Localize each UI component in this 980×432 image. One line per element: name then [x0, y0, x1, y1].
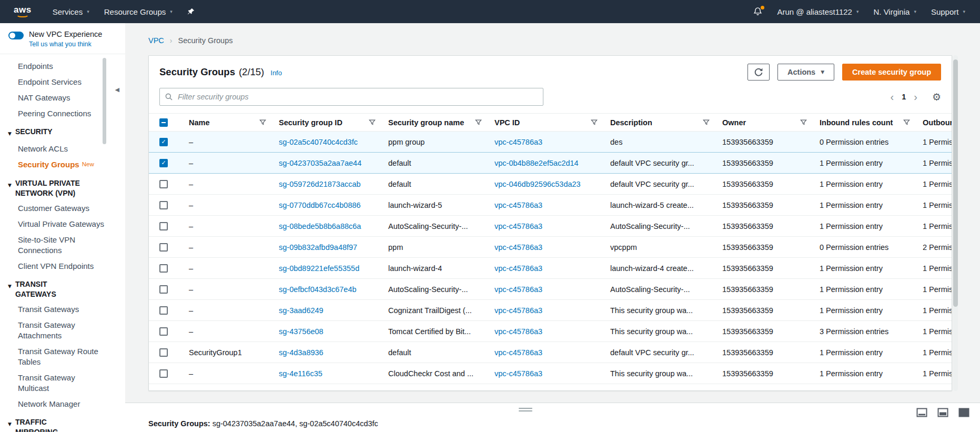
sg-id-link[interactable]: sg-4e116c35 [279, 369, 322, 378]
sidebar-item-endpoint-services[interactable]: Endpoint Services [0, 74, 125, 90]
sg-id-link[interactable]: sg-08bede5b8b6a88c6a [279, 222, 361, 230]
column-header-security-group-name[interactable]: Security group name [382, 114, 488, 132]
sidebar-item-client-vpn-endpoints[interactable]: Client VPN Endpoints [0, 258, 125, 274]
sg-id-link[interactable]: sg-04237035a2aa7ae44 [279, 159, 361, 167]
vpc-id-link[interactable]: vpc-c45786a3 [494, 327, 542, 336]
filter-input[interactable] [159, 88, 543, 106]
region-menu[interactable]: N. Virginia ▾ [866, 0, 923, 23]
column-filter-icon[interactable] [259, 119, 266, 126]
row-checkbox[interactable] [159, 243, 168, 252]
row-checkbox[interactable] [159, 285, 168, 294]
row-checkbox[interactable] [159, 306, 168, 315]
vpc-id-link[interactable]: vpc-c45786a3 [494, 369, 542, 378]
sidebar-section-virtual-private-network-vpn[interactable]: ▼VIRTUAL PRIVATE NETWORK (VPN) [0, 173, 125, 200]
select-all-checkbox[interactable] [159, 118, 168, 127]
row-checkbox[interactable] [159, 327, 168, 336]
sidebar-item-site-to-site-vpn-connections[interactable]: Site-to-Site VPN Connections [0, 232, 125, 258]
column-filter-icon[interactable] [800, 119, 807, 126]
sidebar-section-transit-gateways[interactable]: ▼TRANSIT GATEWAYS [0, 274, 125, 302]
column-filter-icon[interactable] [703, 119, 710, 126]
sg-id-link[interactable]: sg-0efbcf043d3c67e4b [279, 285, 357, 294]
pane-layout-split-icon[interactable] [937, 408, 948, 417]
sg-id-link[interactable]: sg-02a5c40740c4cd3fc [279, 138, 358, 146]
sg-id-link[interactable]: sg-059726d21873accab [279, 180, 361, 188]
info-link[interactable]: Info [270, 69, 282, 77]
vpc-id-link[interactable]: vpc-c45786a3 [494, 306, 542, 315]
row-checkbox[interactable] [159, 159, 168, 167]
vpc-id-link[interactable]: vpc-c45786a3 [494, 243, 542, 252]
settings-gear-icon[interactable]: ⚙ [932, 92, 941, 102]
column-header-owner[interactable]: Owner [716, 114, 813, 132]
aws-logo[interactable]: aws [14, 6, 32, 17]
refresh-button[interactable] [747, 64, 770, 81]
current-page-number[interactable]: 1 [902, 93, 906, 101]
sidebar-section-traffic-mirroring[interactable]: ▼TRAFFIC MIRRORING [0, 412, 125, 432]
row-checkbox[interactable] [159, 180, 168, 188]
column-header-inbound-rules-count[interactable]: Inbound rules count [813, 114, 916, 132]
column-filter-icon[interactable] [903, 119, 910, 126]
sidebar-item-transit-gateways[interactable]: Transit Gateways [0, 302, 125, 317]
vpc-experience-feedback-link[interactable]: Tell us what you think [29, 41, 102, 48]
column-header-name[interactable]: Name [183, 114, 272, 132]
sidebar-item-customer-gateways[interactable]: Customer Gateways [0, 200, 125, 216]
column-header-vpc-id[interactable]: VPC ID [488, 114, 604, 132]
account-menu[interactable]: Arun @ aliastest1122 ▾ [770, 0, 866, 23]
vpc-id-link[interactable]: vpc-c45786a3 [494, 138, 542, 146]
sg-id-link[interactable]: sg-09b832afbd9a48f97 [279, 243, 357, 252]
sidebar-collapse-arrow-icon[interactable]: ◀ [115, 86, 119, 93]
pin-icon[interactable] [180, 0, 202, 23]
sidebar-item-transit-gateway-attachments[interactable]: Transit Gateway Attachments [0, 317, 125, 344]
column-filter-icon[interactable] [591, 119, 598, 126]
row-checkbox[interactable] [159, 348, 168, 357]
create-security-group-button[interactable]: Create security group [842, 64, 941, 81]
row-checkbox[interactable] [159, 201, 168, 209]
pane-resize-handle[interactable] [519, 408, 532, 411]
row-checkbox[interactable] [159, 138, 168, 146]
vpc-id-link[interactable]: vpc-c45786a3 [494, 264, 542, 273]
sidebar-item-peering-connections[interactable]: Peering Connections [0, 106, 125, 122]
vpc-id-link[interactable]: vpc-c45786a3 [494, 201, 542, 209]
row-checkbox[interactable] [159, 369, 168, 378]
pane-layout-full-icon[interactable] [958, 408, 969, 417]
vpc-id-link[interactable]: vpc-c45786a3 [494, 222, 542, 230]
sidebar-section-security[interactable]: ▼SECURITY [0, 122, 125, 141]
vpc-id-link[interactable]: vpc-046db92596c53da23 [494, 180, 581, 188]
sidebar-item-transit-gateway-route-tables[interactable]: Transit Gateway Route Tables [0, 344, 125, 370]
sidebar-item-transit-gateway-multicast[interactable]: Transit Gateway Multicast [0, 370, 125, 396]
column-header-description[interactable]: Description [604, 114, 716, 132]
support-menu[interactable]: Support ▾ [924, 0, 973, 23]
sidebar-item-network-acls[interactable]: Network ACLs [0, 141, 125, 157]
vpc-id-link[interactable]: vpc-0b4b88e2ef5ac2d14 [494, 159, 579, 167]
resource-groups-menu[interactable]: Resource Groups ▾ [97, 0, 180, 23]
vertical-scrollbar[interactable] [953, 55, 958, 391]
previous-page-arrow-icon[interactable]: ‹ [891, 92, 894, 102]
breadcrumb-vpc-link[interactable]: VPC [148, 36, 164, 45]
column-header-security-group-id[interactable]: Security group ID [272, 114, 382, 132]
notifications-button[interactable] [746, 0, 770, 23]
pane-layout-bottom-icon[interactable] [916, 408, 927, 417]
sidebar-item-virtual-private-gateways[interactable]: Virtual Private Gateways [0, 216, 125, 232]
sg-id-link[interactable]: sg-3aad6249 [279, 306, 324, 315]
vpc-id-link[interactable]: vpc-c45786a3 [494, 285, 542, 294]
sidebar-scrollbar-thumb[interactable] [103, 58, 106, 144]
column-filter-icon[interactable] [369, 119, 376, 126]
next-page-arrow-icon[interactable]: › [914, 92, 917, 102]
sg-id-link[interactable]: sg-4d3a8936 [279, 348, 324, 357]
sg-id-link[interactable]: sg-0bd89221efe55355d [279, 264, 359, 273]
vpc-experience-toggle[interactable] [8, 32, 24, 39]
sidebar-item-security-groups[interactable]: Security GroupsNew [0, 157, 125, 173]
column-header-outbound-rules-count[interactable]: Outbound rules count [916, 114, 952, 132]
table-row: –sg-3aad6249Cognizant TrailDigest (...vp… [149, 300, 952, 321]
row-checkbox[interactable] [159, 264, 168, 273]
row-checkbox[interactable] [159, 222, 168, 230]
sg-id-link[interactable]: sg-43756e08 [279, 327, 324, 336]
scrollbar-thumb[interactable] [953, 59, 958, 307]
sidebar-item-endpoints[interactable]: Endpoints [0, 58, 125, 74]
sidebar-item-network-manager[interactable]: Network Manager [0, 396, 125, 412]
services-menu[interactable]: Services ▾ [45, 0, 97, 23]
vpc-id-link[interactable]: vpc-c45786a3 [494, 348, 542, 357]
sg-id-link[interactable]: sg-0770ddb67cc4b0886 [279, 201, 361, 209]
actions-button[interactable]: Actions ▼ [777, 64, 834, 81]
column-filter-icon[interactable] [475, 119, 482, 126]
sidebar-item-nat-gateways[interactable]: NAT Gateways [0, 90, 125, 106]
